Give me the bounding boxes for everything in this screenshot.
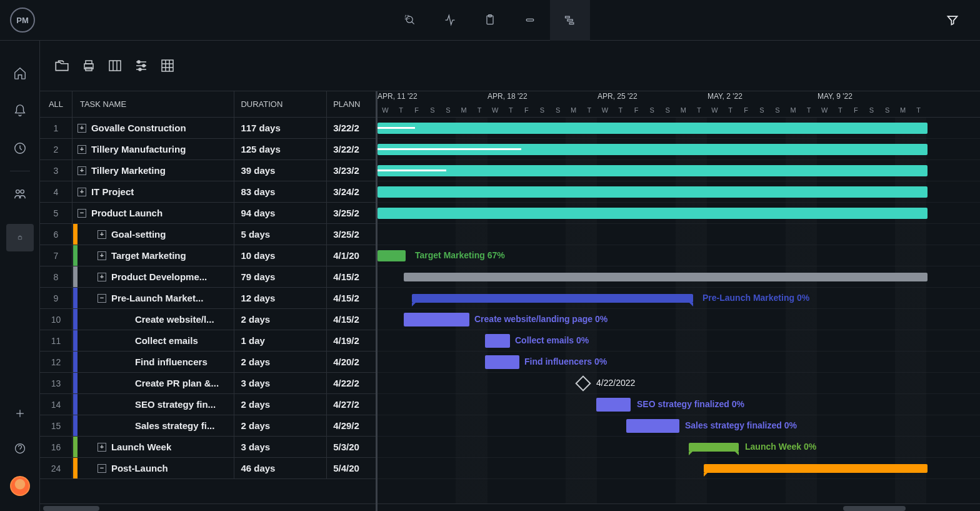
task-name-cell[interactable]: Sales strategy fi... (72, 415, 235, 436)
task-name-cell[interactable]: Find influencers (72, 352, 235, 372)
gantt-row[interactable]: Target Marketing 67% (378, 245, 980, 266)
col-duration[interactable]: DURATION (234, 91, 327, 117)
task-row[interactable]: 10 Create website/l... 2 days 4/15/2 (40, 309, 376, 330)
gantt-bar[interactable] (378, 165, 928, 176)
gantt-bar[interactable] (378, 186, 928, 198)
col-planned[interactable]: PLANN (327, 91, 376, 117)
task-row[interactable]: 1 +Govalle Construction 117 days 3/22/2 (40, 118, 376, 139)
task-name-cell[interactable]: −Product Launch (72, 203, 235, 223)
projects-icon[interactable] (6, 224, 34, 251)
grid-scrollbar[interactable] (40, 503, 376, 511)
gantt-bar[interactable] (704, 464, 928, 473)
expand-icon[interactable]: + (78, 145, 86, 154)
task-row[interactable]: 16 +Launch Week 3 days 5/3/20 (40, 437, 376, 458)
gantt-row[interactable] (378, 203, 980, 224)
expand-icon[interactable]: + (98, 251, 106, 260)
task-row[interactable]: 2 +Tillery Manufacturing 125 days 3/22/2 (40, 139, 376, 160)
link-icon[interactable] (510, 0, 550, 41)
gantt-row[interactable]: Sales strategy finalized 0% (378, 415, 980, 437)
user-avatar[interactable] (10, 476, 30, 496)
print-icon[interactable] (81, 58, 96, 73)
gantt-bar[interactable] (378, 123, 928, 134)
collapse-icon[interactable]: − (78, 209, 86, 218)
gantt-row[interactable]: 4/22/2022 (378, 373, 980, 394)
gantt-bar[interactable] (404, 273, 928, 281)
task-name-cell[interactable]: −Pre-Launch Market... (72, 288, 235, 308)
task-name-cell[interactable]: +Tillery Marketing (72, 160, 235, 181)
milestone-diamond[interactable] (575, 375, 591, 391)
recent-icon[interactable] (12, 141, 28, 156)
settings-sliders-icon[interactable] (134, 58, 149, 73)
task-row[interactable]: 9 −Pre-Launch Market... 12 days 4/15/2 (40, 288, 376, 309)
gantt-row[interactable] (378, 458, 980, 479)
gantt-row[interactable]: Pre-Launch Marketing 0% (378, 288, 980, 309)
task-name-cell[interactable]: Create PR plan &... (72, 373, 235, 393)
task-row[interactable]: 5 −Product Launch 94 days 3/25/2 (40, 203, 376, 224)
task-row[interactable]: 8 +Product Developme... 79 days 4/15/2 (40, 266, 376, 288)
gantt-bar[interactable] (596, 398, 631, 412)
expand-icon[interactable]: + (98, 273, 106, 281)
collapse-icon[interactable]: − (98, 464, 106, 473)
gantt-icon[interactable] (550, 0, 590, 41)
gantt-row[interactable] (378, 224, 980, 245)
collapse-icon[interactable]: − (98, 294, 106, 303)
task-row[interactable]: 11 Collect emails 1 day 4/19/2 (40, 330, 376, 352)
task-name-cell[interactable]: Collect emails (72, 330, 235, 351)
task-name-cell[interactable]: SEO strategy fin... (72, 394, 235, 415)
help-icon[interactable] (12, 441, 28, 456)
task-row[interactable]: 7 +Target Marketing 10 days 4/1/20 (40, 245, 376, 266)
gantt-row[interactable]: SEO strategy finalized 0% (378, 394, 980, 415)
grid-icon[interactable] (160, 58, 175, 73)
task-name-cell[interactable]: +Launch Week (72, 437, 235, 457)
activity-icon[interactable] (430, 0, 470, 41)
gantt-bar[interactable] (378, 208, 928, 219)
expand-icon[interactable]: + (78, 166, 86, 175)
expand-icon[interactable]: + (98, 443, 106, 452)
gantt-bar[interactable] (689, 443, 739, 452)
search-zoom-icon[interactable] (390, 0, 430, 41)
task-name-cell[interactable]: −Post-Launch (72, 458, 235, 478)
task-row[interactable]: 13 Create PR plan &... 3 days 4/22/2 (40, 373, 376, 394)
gantt-bar[interactable] (485, 355, 519, 369)
gantt-row[interactable] (378, 118, 980, 139)
gantt-body[interactable]: Target Marketing 67%Pre-Launch Marketing… (378, 118, 980, 503)
gantt-row[interactable]: Collect emails 0% (378, 330, 980, 352)
task-row[interactable]: 6 +Goal-setting 5 days 3/25/2 (40, 224, 376, 245)
gantt-row[interactable] (378, 181, 980, 203)
folder-icon[interactable] (54, 58, 70, 74)
expand-icon[interactable]: + (78, 188, 86, 196)
col-task-name[interactable]: TASK NAME (72, 91, 235, 117)
expand-icon[interactable]: + (78, 124, 86, 133)
gantt-row[interactable]: Launch Week 0% (378, 437, 980, 458)
task-row[interactable]: 24 −Post-Launch 46 days 5/4/20 (40, 458, 376, 479)
team-icon[interactable] (12, 186, 28, 201)
gantt-row[interactable] (378, 266, 980, 288)
gantt-bar[interactable] (404, 313, 469, 326)
task-row[interactable]: 4 +IT Project 83 days 3/24/2 (40, 181, 376, 203)
gantt-row[interactable]: Create website/landing page 0% (378, 309, 980, 330)
gantt-row[interactable] (378, 160, 980, 181)
task-row[interactable]: 3 +Tillery Marketing 39 days 3/23/2 (40, 160, 376, 181)
filter-button[interactable] (940, 8, 965, 33)
col-all[interactable]: ALL (40, 91, 72, 117)
task-name-cell[interactable]: +Govalle Construction (72, 118, 235, 138)
notifications-icon[interactable] (12, 103, 28, 118)
clipboard-icon[interactable] (470, 0, 510, 41)
gantt-bar[interactable] (626, 419, 679, 433)
gantt-row[interactable] (378, 139, 980, 160)
columns-icon[interactable] (108, 58, 122, 73)
task-name-cell[interactable]: +Tillery Manufacturing (72, 139, 235, 159)
task-name-cell[interactable]: +IT Project (72, 181, 235, 202)
home-icon[interactable] (12, 66, 28, 81)
add-icon[interactable] (12, 406, 28, 421)
gantt-row[interactable]: Find influencers 0% (378, 352, 980, 373)
task-name-cell[interactable]: Create website/l... (72, 309, 235, 330)
gantt-bar[interactable] (378, 250, 406, 261)
task-row[interactable]: 15 Sales strategy fi... 2 days 4/29/2 (40, 415, 376, 437)
task-name-cell[interactable]: +Product Developme... (72, 266, 235, 287)
task-row[interactable]: 14 SEO strategy fin... 2 days 4/27/2 (40, 394, 376, 415)
gantt-bar[interactable] (485, 334, 510, 348)
task-name-cell[interactable]: +Target Marketing (72, 245, 235, 266)
task-name-cell[interactable]: +Goal-setting (72, 224, 235, 245)
expand-icon[interactable]: + (98, 230, 106, 239)
